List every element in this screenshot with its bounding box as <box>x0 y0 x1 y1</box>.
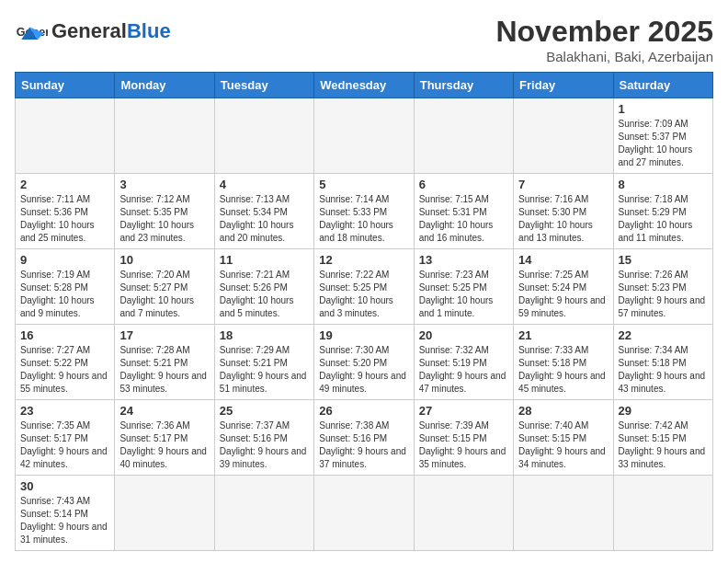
calendar-cell: 4Sunrise: 7:13 AM Sunset: 5:34 PM Daylig… <box>214 174 313 249</box>
calendar-week-row: 9Sunrise: 7:19 AM Sunset: 5:28 PM Daylig… <box>16 249 713 325</box>
day-number: 28 <box>518 404 608 418</box>
calendar-cell: 28Sunrise: 7:40 AM Sunset: 5:15 PM Dayli… <box>514 400 613 476</box>
calendar-cell <box>414 98 513 174</box>
day-number: 7 <box>518 178 608 191</box>
day-number: 27 <box>419 404 508 418</box>
month-year-title: November 2025 <box>495 15 713 49</box>
day-info: Sunrise: 7:37 AM Sunset: 5:16 PM Dayligh… <box>220 419 309 471</box>
day-info: Sunrise: 7:29 AM Sunset: 5:21 PM Dayligh… <box>220 344 309 396</box>
calendar-cell: 21Sunrise: 7:33 AM Sunset: 5:18 PM Dayli… <box>514 325 613 400</box>
page-header: General GeneralBlue November 2025 Balakh… <box>15 15 713 64</box>
day-number: 20 <box>419 328 508 342</box>
calendar-cell: 7Sunrise: 7:16 AM Sunset: 5:30 PM Daylig… <box>514 174 613 249</box>
calendar-cell: 27Sunrise: 7:39 AM Sunset: 5:15 PM Dayli… <box>414 400 513 476</box>
calendar-cell: 5Sunrise: 7:14 AM Sunset: 5:33 PM Daylig… <box>314 174 414 249</box>
calendar-week-row: 30Sunrise: 7:43 AM Sunset: 5:14 PM Dayli… <box>16 476 713 551</box>
day-number: 15 <box>619 253 708 267</box>
calendar-cell: 8Sunrise: 7:18 AM Sunset: 5:29 PM Daylig… <box>613 174 712 249</box>
calendar-cell: 12Sunrise: 7:22 AM Sunset: 5:25 PM Dayli… <box>314 249 414 325</box>
weekday-header-monday: Monday <box>115 73 214 98</box>
calendar-week-row: 1Sunrise: 7:09 AM Sunset: 5:37 PM Daylig… <box>16 98 713 174</box>
calendar-cell <box>613 476 712 551</box>
day-number: 14 <box>518 253 608 267</box>
day-info: Sunrise: 7:16 AM Sunset: 5:30 PM Dayligh… <box>518 193 608 245</box>
day-info: Sunrise: 7:33 AM Sunset: 5:18 PM Dayligh… <box>518 344 608 396</box>
calendar-cell: 13Sunrise: 7:23 AM Sunset: 5:25 PM Dayli… <box>414 249 513 325</box>
day-number: 2 <box>20 178 109 191</box>
calendar-cell: 9Sunrise: 7:19 AM Sunset: 5:28 PM Daylig… <box>16 249 115 325</box>
calendar-cell <box>414 476 513 551</box>
weekday-header-friday: Friday <box>514 73 613 98</box>
calendar-cell: 3Sunrise: 7:12 AM Sunset: 5:35 PM Daylig… <box>115 174 214 249</box>
day-info: Sunrise: 7:23 AM Sunset: 5:25 PM Dayligh… <box>419 269 508 320</box>
day-number: 6 <box>419 178 508 191</box>
day-info: Sunrise: 7:36 AM Sunset: 5:17 PM Dayligh… <box>119 419 209 471</box>
calendar-cell <box>514 476 613 551</box>
calendar-cell: 2Sunrise: 7:11 AM Sunset: 5:36 PM Daylig… <box>16 174 115 249</box>
calendar-cell <box>115 476 214 551</box>
calendar-cell <box>214 476 313 551</box>
calendar-cell: 20Sunrise: 7:32 AM Sunset: 5:19 PM Dayli… <box>414 325 513 400</box>
day-number: 24 <box>119 404 209 418</box>
day-number: 21 <box>518 328 608 342</box>
day-info: Sunrise: 7:13 AM Sunset: 5:34 PM Dayligh… <box>220 193 309 245</box>
calendar-cell: 15Sunrise: 7:26 AM Sunset: 5:23 PM Dayli… <box>613 249 712 325</box>
calendar-cell: 25Sunrise: 7:37 AM Sunset: 5:16 PM Dayli… <box>214 400 313 476</box>
day-info: Sunrise: 7:20 AM Sunset: 5:27 PM Dayligh… <box>119 269 209 320</box>
calendar-cell: 17Sunrise: 7:28 AM Sunset: 5:21 PM Dayli… <box>115 325 214 400</box>
day-number: 5 <box>319 178 408 191</box>
calendar-cell: 10Sunrise: 7:20 AM Sunset: 5:27 PM Dayli… <box>115 249 214 325</box>
day-info: Sunrise: 7:15 AM Sunset: 5:31 PM Dayligh… <box>419 193 508 245</box>
logo-icon: General <box>15 15 48 48</box>
calendar-cell <box>314 98 414 174</box>
calendar-cell: 30Sunrise: 7:43 AM Sunset: 5:14 PM Dayli… <box>16 476 115 551</box>
day-info: Sunrise: 7:43 AM Sunset: 5:14 PM Dayligh… <box>20 495 109 546</box>
day-number: 17 <box>119 328 209 342</box>
calendar-cell <box>514 98 613 174</box>
day-info: Sunrise: 7:32 AM Sunset: 5:19 PM Dayligh… <box>419 344 508 396</box>
day-number: 30 <box>20 479 109 493</box>
calendar-header-row: SundayMondayTuesdayWednesdayThursdayFrid… <box>16 73 713 98</box>
day-info: Sunrise: 7:38 AM Sunset: 5:16 PM Dayligh… <box>319 419 408 471</box>
day-info: Sunrise: 7:22 AM Sunset: 5:25 PM Dayligh… <box>319 269 408 320</box>
day-info: Sunrise: 7:39 AM Sunset: 5:15 PM Dayligh… <box>419 419 508 471</box>
calendar-cell: 19Sunrise: 7:30 AM Sunset: 5:20 PM Dayli… <box>314 325 414 400</box>
day-number: 3 <box>119 178 209 191</box>
day-info: Sunrise: 7:34 AM Sunset: 5:18 PM Dayligh… <box>619 344 708 396</box>
calendar-cell <box>314 476 414 551</box>
calendar-cell: 18Sunrise: 7:29 AM Sunset: 5:21 PM Dayli… <box>214 325 313 400</box>
weekday-header-tuesday: Tuesday <box>214 73 313 98</box>
calendar-cell <box>115 98 214 174</box>
day-number: 23 <box>20 404 109 418</box>
day-info: Sunrise: 7:25 AM Sunset: 5:24 PM Dayligh… <box>518 269 608 320</box>
calendar-week-row: 2Sunrise: 7:11 AM Sunset: 5:36 PM Daylig… <box>16 174 713 249</box>
day-info: Sunrise: 7:40 AM Sunset: 5:15 PM Dayligh… <box>518 419 608 471</box>
weekday-header-thursday: Thursday <box>414 73 513 98</box>
day-number: 19 <box>319 328 408 342</box>
location-subtitle: Balakhani, Baki, Azerbaijan <box>495 49 713 64</box>
day-info: Sunrise: 7:21 AM Sunset: 5:26 PM Dayligh… <box>220 269 309 320</box>
title-area: November 2025 Balakhani, Baki, Azerbaija… <box>495 15 713 64</box>
day-info: Sunrise: 7:30 AM Sunset: 5:20 PM Dayligh… <box>319 344 408 396</box>
day-info: Sunrise: 7:42 AM Sunset: 5:15 PM Dayligh… <box>619 419 708 471</box>
calendar-week-row: 16Sunrise: 7:27 AM Sunset: 5:22 PM Dayli… <box>16 325 713 400</box>
logo: General GeneralBlue <box>15 15 171 48</box>
calendar-cell: 26Sunrise: 7:38 AM Sunset: 5:16 PM Dayli… <box>314 400 414 476</box>
day-number: 29 <box>619 404 708 418</box>
weekday-header-saturday: Saturday <box>613 73 712 98</box>
day-info: Sunrise: 7:18 AM Sunset: 5:29 PM Dayligh… <box>619 193 708 245</box>
logo-text: GeneralBlue <box>51 21 171 41</box>
day-info: Sunrise: 7:35 AM Sunset: 5:17 PM Dayligh… <box>20 419 109 471</box>
day-info: Sunrise: 7:09 AM Sunset: 5:37 PM Dayligh… <box>619 118 708 169</box>
calendar-cell: 1Sunrise: 7:09 AM Sunset: 5:37 PM Daylig… <box>613 98 712 174</box>
calendar-cell: 14Sunrise: 7:25 AM Sunset: 5:24 PM Dayli… <box>514 249 613 325</box>
day-info: Sunrise: 7:11 AM Sunset: 5:36 PM Dayligh… <box>20 193 109 245</box>
calendar-cell: 29Sunrise: 7:42 AM Sunset: 5:15 PM Dayli… <box>613 400 712 476</box>
day-number: 13 <box>419 253 508 267</box>
calendar-cell: 6Sunrise: 7:15 AM Sunset: 5:31 PM Daylig… <box>414 174 513 249</box>
day-number: 8 <box>619 178 708 191</box>
day-number: 9 <box>20 253 109 267</box>
day-number: 12 <box>319 253 408 267</box>
weekday-header-wednesday: Wednesday <box>314 73 414 98</box>
weekday-header-sunday: Sunday <box>16 73 115 98</box>
